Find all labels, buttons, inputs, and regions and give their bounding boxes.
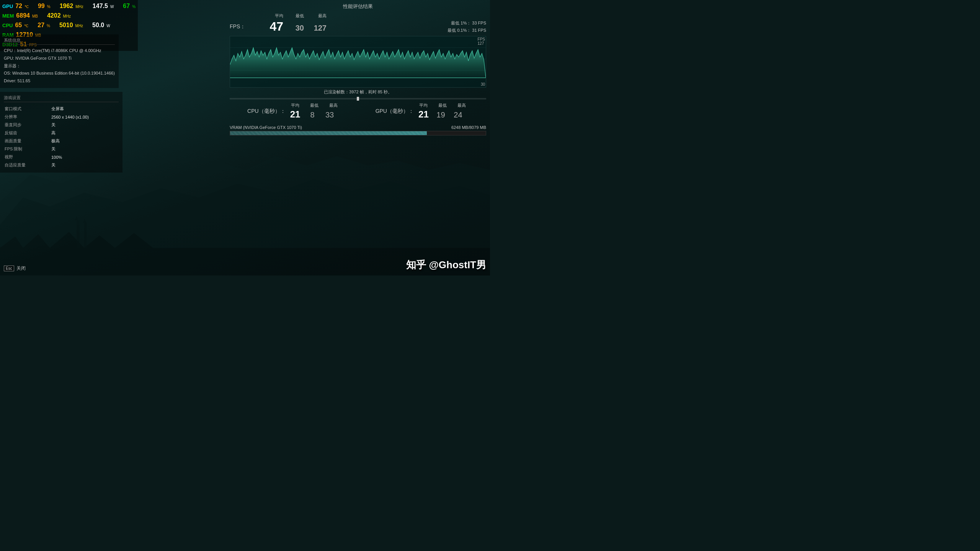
driver-info: Driver: 511.65 bbox=[4, 77, 115, 85]
gpu-clock-val: 1962 bbox=[60, 2, 74, 11]
cpu-temp-val: 65 bbox=[15, 21, 22, 30]
min-header: 最低 bbox=[285, 13, 304, 19]
perf-title: 性能评估结果 bbox=[230, 3, 486, 10]
cpu-ms-values: 平均 最低 最高 21 8 33 bbox=[289, 103, 340, 120]
fps-low01-line: 最低 0.1%： 31 FPS bbox=[448, 27, 486, 34]
cpu-avg-val: 21 bbox=[289, 109, 302, 120]
fps-low01-label: 最低 0.1%： bbox=[448, 28, 471, 33]
settings-row: 画面质量极高 bbox=[5, 137, 118, 145]
gpu-ms-numbers: 21 19 24 bbox=[417, 109, 469, 120]
close-label: 关闭 bbox=[16, 265, 26, 272]
mem-unit: MB bbox=[32, 13, 38, 19]
gpu-max-val: 24 bbox=[451, 111, 465, 119]
gpu-avg-header: 平均 bbox=[417, 103, 430, 108]
gpu-temp-unit: ℃ bbox=[24, 4, 29, 10]
settings-row: 垂直同步关 bbox=[5, 121, 118, 129]
gpu-min-val: 19 bbox=[434, 111, 448, 119]
vram-value: 6248 MB/8079 MB bbox=[451, 125, 486, 130]
settings-value: 关 bbox=[51, 161, 118, 169]
cpu-avg-header: 平均 bbox=[289, 103, 302, 108]
settings-row: 反锯齿高 bbox=[5, 129, 118, 137]
esc-close[interactable]: Esc 关闭 bbox=[4, 265, 26, 272]
gpu-ms-label: GPU（毫秒）： bbox=[376, 108, 414, 115]
mem-row: MEM 6894MB 4202MHz bbox=[2, 11, 136, 20]
settings-row: 视野100% bbox=[5, 153, 118, 161]
settings-row: 窗口模式全屏幕 bbox=[5, 105, 118, 112]
vram-label: VRAM (NVIDIA GeForce GTX 1070 Ti) bbox=[230, 125, 302, 130]
vram-bar-stripes bbox=[230, 131, 427, 135]
cpu-ms-group: CPU（毫秒）： 平均 最低 最高 21 8 33 bbox=[247, 103, 340, 120]
gpu-max-header: 最高 bbox=[455, 103, 469, 108]
gpu-clock-unit: MHz bbox=[75, 4, 83, 10]
gpu-power-val: 147.5 bbox=[93, 2, 108, 11]
gpu-vram-unit: % bbox=[132, 4, 136, 10]
timeline[interactable] bbox=[230, 98, 486, 99]
gpu-vram-val: 67 bbox=[123, 2, 130, 11]
gpu-usage-val: 99 bbox=[38, 2, 45, 11]
settings-row: 自适应质量关 bbox=[5, 161, 118, 169]
vram-section: VRAM (NVIDIA GeForce GTX 1070 Ti) 6248 M… bbox=[230, 124, 486, 137]
perf-panel: 性能评估结果 平均 最低 最高 FPS： 47 30 127 最低 1%： 33… bbox=[226, 0, 490, 140]
vram-bar-bg bbox=[230, 131, 486, 135]
fps-low-stats: 最低 1%： 33 FPS 最低 0.1%： 31 FPS bbox=[448, 20, 486, 34]
game-settings-panel: 游戏设置 窗口模式全屏幕分辨率2560 x 1440 (x1.00)垂直同步关反… bbox=[0, 92, 122, 173]
cpu-ms-numbers: 21 8 33 bbox=[289, 109, 340, 120]
chart-fps-top: FPS bbox=[478, 37, 485, 41]
settings-value: 关 bbox=[51, 145, 118, 153]
system-info-panel: 系统信息 CPU：Intel(R) Core(TM) i7-8086K CPU … bbox=[0, 34, 119, 88]
settings-table: 窗口模式全屏幕分辨率2560 x 1440 (x1.00)垂直同步关反锯齿高画面… bbox=[4, 104, 119, 170]
cpu-max-header: 最高 bbox=[327, 103, 340, 108]
cpu-power-val: 50.0 bbox=[92, 21, 104, 30]
game-settings-title: 游戏设置 bbox=[4, 95, 119, 102]
svg-rect-3 bbox=[77, 220, 80, 248]
gpu-ms-group: GPU（毫秒）： 平均 最低 最高 21 19 24 bbox=[376, 103, 469, 120]
gpu-info: GPU: NVIDIA GeForce GTX 1070 Ti bbox=[4, 55, 115, 62]
gpu-avg-val: 21 bbox=[417, 109, 430, 120]
cpu-clock-unit: MHz bbox=[75, 23, 83, 29]
gpu-usage-unit: % bbox=[47, 4, 51, 10]
mem-clock-unit: MHz bbox=[63, 13, 71, 19]
mem-val: 6894 bbox=[16, 11, 30, 20]
chart-fps-label: FPS 127 bbox=[478, 37, 485, 46]
settings-key: 分辨率 bbox=[5, 113, 51, 121]
fps-label: FPS： bbox=[230, 23, 253, 30]
cpu-usage-unit: % bbox=[47, 23, 50, 29]
cpu-info: CPU：Intel(R) Core(TM) i7-8086K CPU @ 4.0… bbox=[4, 47, 115, 55]
display-info: 显示器： bbox=[4, 62, 115, 70]
settings-value: 980 x 551 (x1.00) bbox=[51, 113, 118, 121]
settings-value: 100% bbox=[51, 153, 118, 161]
cpu-usage-val: 27 bbox=[38, 21, 44, 30]
fps-low1-label: 最低 1%： bbox=[451, 21, 471, 25]
gpu-ms-headers: 平均 最低 最高 bbox=[417, 103, 469, 108]
cpu-gpu-stats: CPU（毫秒）： 平均 最低 最高 21 8 33 GPU（毫秒）： 平均 bbox=[230, 103, 486, 120]
fps-avg: 47 bbox=[256, 20, 283, 34]
settings-value: 高 bbox=[51, 129, 118, 137]
system-info-title: 系统信息 bbox=[4, 37, 115, 45]
max-header: 最高 bbox=[305, 13, 327, 19]
cpu-min-val: 8 bbox=[306, 111, 319, 119]
cpu-row: CPU 65℃ 27% 5010MHz 50.0W bbox=[2, 21, 136, 30]
fps-chart: FPS 127 30 bbox=[230, 36, 486, 88]
settings-value: 全屏幕 bbox=[51, 105, 118, 112]
esc-box: Esc bbox=[4, 266, 14, 271]
settings-row: FPS 限制关 bbox=[5, 145, 118, 153]
cpu-ms-headers: 平均 最低 最高 bbox=[289, 103, 340, 108]
gpu-ms-values: 平均 最低 最高 21 19 24 bbox=[417, 103, 469, 120]
timeline-marker[interactable] bbox=[357, 97, 359, 101]
gpu-label: GPU bbox=[2, 3, 13, 10]
os-info: OS: Windows 10 Business Edition 64-bit (… bbox=[4, 70, 115, 77]
cpu-ms-label: CPU（毫秒）： bbox=[247, 108, 286, 115]
settings-key: FPS 限制 bbox=[5, 145, 51, 153]
fps-max: 127 bbox=[305, 24, 327, 33]
fps-min: 30 bbox=[285, 24, 304, 33]
fps-low1-line: 最低 1%： 33 FPS bbox=[448, 20, 486, 27]
cpu-clock-val: 5010 bbox=[59, 21, 73, 30]
cpu-max-val: 33 bbox=[323, 111, 336, 119]
settings-key: 反锯齿 bbox=[5, 129, 51, 137]
rendered-frames: 已渲染帧数：3972 帧，耗时 85 秒。 bbox=[230, 89, 486, 95]
fps-low01-val: 31 FPS bbox=[472, 28, 486, 33]
settings-key: 垂直同步 bbox=[5, 121, 51, 129]
watermark: 知乎 @GhostIT男 bbox=[406, 258, 486, 272]
cpu-temp-unit: ℃ bbox=[24, 23, 28, 29]
settings-value: 极高 bbox=[51, 137, 118, 145]
